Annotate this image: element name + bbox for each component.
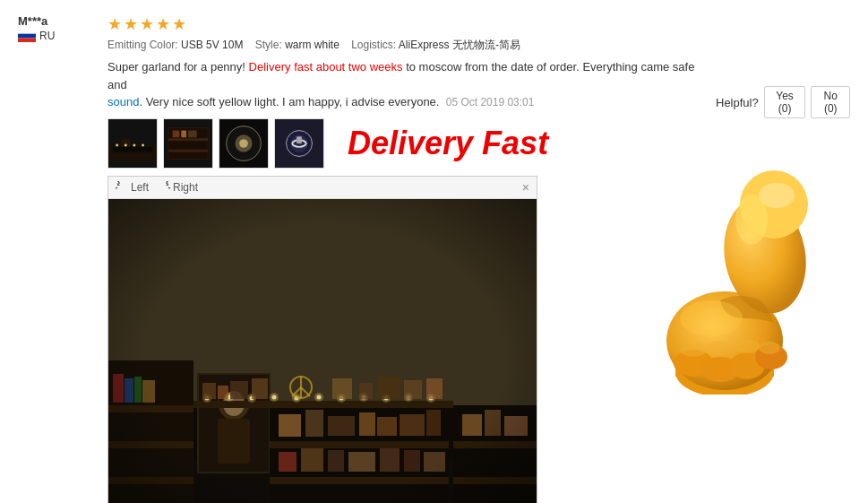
- rotate-left-button[interactable]: Left: [116, 181, 149, 194]
- flag-icon: [18, 30, 36, 42]
- helpful-col: Helpful? Yes (0) No (0): [716, 14, 850, 503]
- logistics-label: Logistics:: [351, 39, 396, 51]
- svg-rect-2: [18, 38, 36, 42]
- svg-rect-15: [173, 130, 180, 137]
- svg-rect-105: [108, 199, 537, 504]
- emitting-label: Emitting Color:: [107, 39, 178, 51]
- review-content: ★★★★★ Emitting Color: USB 5V 10M Style: …: [107, 14, 707, 503]
- no-button[interactable]: No (0): [811, 86, 850, 118]
- helpful-label: Helpful?: [716, 96, 759, 109]
- close-button[interactable]: ×: [522, 180, 529, 195]
- review-text-end: . Very nice soft yellow light. I am happ…: [139, 95, 439, 108]
- svg-point-9: [133, 143, 135, 146]
- yes-button[interactable]: Yes (0): [764, 86, 806, 118]
- thumbnail-3[interactable]: [219, 118, 269, 169]
- room-svg: [108, 199, 537, 504]
- user-info-col: M***a RU: [18, 14, 99, 503]
- style-value: warm white: [285, 39, 339, 51]
- svg-rect-17: [188, 130, 197, 137]
- svg-point-8: [125, 143, 127, 146]
- main-photo: [108, 199, 537, 504]
- flag-row: RU: [18, 30, 99, 42]
- highlight-delivery: Delivery fast about two weeks: [249, 60, 403, 74]
- rotate-left-label: Left: [131, 181, 149, 194]
- style-label: Style:: [255, 39, 282, 51]
- svg-rect-26: [296, 136, 302, 143]
- thumbnail-1[interactable]: [107, 118, 158, 169]
- rotate-right-label: Right: [173, 181, 198, 194]
- svg-point-7: [116, 143, 118, 146]
- username: M***a: [18, 14, 99, 28]
- close-icon: ×: [522, 180, 529, 195]
- delivery-fast-label: Delivery Fast: [348, 127, 548, 160]
- svg-point-115: [735, 339, 760, 353]
- svg-point-113: [680, 343, 707, 357]
- rotate-left-icon: [116, 181, 128, 194]
- thumbs-up-container: [635, 143, 850, 397]
- svg-point-116: [759, 342, 780, 354]
- svg-rect-6: [113, 146, 152, 152]
- svg-rect-13: [168, 138, 208, 141]
- svg-rect-1: [18, 34, 36, 39]
- svg-rect-0: [18, 30, 36, 34]
- helpful-row: Helpful? Yes (0) No (0): [716, 86, 850, 118]
- review-body: Super garland for a penny! Delivery fast…: [107, 58, 707, 111]
- review-text-before: Super garland for a penny!: [107, 60, 249, 74]
- svg-point-21: [239, 139, 248, 148]
- thumbs-up-svg: [635, 143, 850, 395]
- star-rating: ★★★★★: [107, 14, 707, 34]
- svg-point-120: [735, 195, 768, 245]
- logistics-value: AliExpress 无忧物流-简易: [399, 39, 520, 51]
- thumbnails-section: Delivery Fast: [107, 118, 707, 169]
- svg-point-121: [680, 300, 743, 336]
- svg-point-10: [142, 143, 144, 146]
- emitting-value: USB 5V 10M: [181, 39, 243, 51]
- thumbnail-2[interactable]: [163, 118, 213, 169]
- thumbnail-4[interactable]: [274, 118, 324, 169]
- svg-rect-14: [168, 149, 208, 152]
- rotate-right-icon: [158, 181, 170, 194]
- review-meta: Emitting Color: USB 5V 10M Style: warm w…: [107, 38, 707, 53]
- country-label: RU: [39, 30, 55, 42]
- image-viewer: Left Right ×: [107, 176, 537, 504]
- svg-point-114: [707, 341, 734, 355]
- image-viewer-toolbar: Left Right ×: [108, 177, 537, 199]
- highlight-sound: sound: [107, 95, 139, 108]
- rotate-right-button[interactable]: Right: [158, 181, 198, 194]
- svg-rect-16: [181, 130, 186, 137]
- review-date: 05 Oct 2019 03:01: [446, 96, 535, 108]
